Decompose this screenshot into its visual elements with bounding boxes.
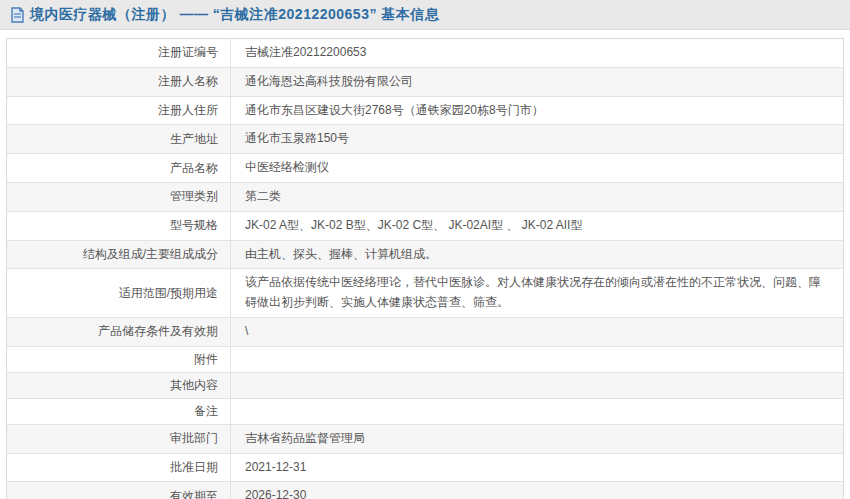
row-value: 中医经络检测仪	[231, 154, 843, 182]
table-row: 审批部门吉林省药品监督管理局	[7, 424, 843, 453]
row-value: 吉械注准20212200653	[231, 39, 843, 67]
table-row: 型号规格JK-02 A型、JK-02 B型、JK-02 C型、 JK-02AI型…	[7, 211, 843, 240]
row-value-text: 该产品依据传统中医经络理论，替代中医脉诊。对人体健康状况存在的倾向或潜在性的不正…	[245, 273, 829, 313]
row-value-text: 由主机、探头、握棒、计算机组成。	[245, 245, 437, 265]
document-icon	[10, 7, 25, 23]
row-label: 型号规格	[7, 212, 231, 240]
row-value	[231, 373, 843, 398]
row-label-text: 附件	[194, 351, 218, 368]
row-value: 通化海恩达高科技股份有限公司	[231, 68, 843, 96]
row-label-text: 注册证编号	[158, 44, 218, 61]
row-label: 注册人住所	[7, 97, 231, 125]
row-value-text: JK-02 A型、JK-02 B型、JK-02 C型、 JK-02AI型 、 J…	[245, 216, 582, 236]
row-value: 2026-12-30	[231, 482, 843, 499]
row-label-text: 审批部门	[170, 430, 218, 447]
page-title: 境内医疗器械（注册） —— “吉械注准20212200653” 基本信息	[30, 6, 439, 24]
row-label: 注册人名称	[7, 68, 231, 96]
row-label: 审批部门	[7, 425, 231, 453]
table-row: 其他内容	[7, 372, 843, 398]
row-label-text: 产品储存条件及有效期	[98, 323, 218, 340]
row-label-text: 注册人住所	[158, 102, 218, 119]
info-table: 注册证编号吉械注准20212200653注册人名称通化海恩达高科技股份有限公司注…	[6, 38, 844, 499]
row-label-text: 其他内容	[170, 377, 218, 394]
row-value: 通化市玉泉路150号	[231, 125, 843, 153]
table-row: 适用范围/预期用途该产品依据传统中医经络理论，替代中医脉诊。对人体健康状况存在的…	[7, 268, 843, 317]
row-label: 有效期至	[7, 482, 231, 499]
row-value: 第二类	[231, 183, 843, 211]
row-value-text: 通化市东昌区建设大街2768号（通铁家园20栋8号门市）	[245, 101, 544, 121]
page-header: 境内医疗器械（注册） —— “吉械注准20212200653” 基本信息	[0, 0, 850, 30]
row-value: JK-02 A型、JK-02 B型、JK-02 C型、 JK-02AI型 、 J…	[231, 212, 843, 240]
table-row: 备注	[7, 398, 843, 424]
row-value-text: 通化海恩达高科技股份有限公司	[245, 72, 413, 92]
row-label-text: 结构及组成/主要组成成分	[83, 246, 218, 263]
row-label: 适用范围/预期用途	[7, 269, 231, 317]
row-label: 注册证编号	[7, 39, 231, 67]
row-value: 该产品依据传统中医经络理论，替代中医脉诊。对人体健康状况存在的倾向或潜在性的不正…	[231, 269, 843, 317]
row-label-text: 管理类别	[170, 188, 218, 205]
row-label: 生产地址	[7, 125, 231, 153]
row-label: 产品储存条件及有效期	[7, 318, 231, 346]
row-value: 2021-12-31	[231, 454, 843, 482]
row-value-text: 吉械注准20212200653	[245, 43, 366, 63]
row-value: 通化市东昌区建设大街2768号（通铁家园20栋8号门市）	[231, 97, 843, 125]
row-value-text: 2021-12-31	[245, 458, 306, 478]
row-value-text: \	[245, 322, 248, 342]
row-value-text: 2026-12-30	[245, 486, 306, 499]
table-row: 管理类别第二类	[7, 182, 843, 211]
table-row: 产品名称中医经络检测仪	[7, 153, 843, 182]
table-row: 批准日期2021-12-31	[7, 453, 843, 482]
row-label-text: 有效期至	[170, 488, 218, 499]
table-row: 产品储存条件及有效期\	[7, 317, 843, 346]
row-label-text: 批准日期	[170, 459, 218, 476]
row-label: 批准日期	[7, 454, 231, 482]
row-label: 结构及组成/主要组成成分	[7, 241, 231, 269]
row-label: 备注	[7, 399, 231, 424]
row-value: \	[231, 318, 843, 346]
row-value-text: 通化市玉泉路150号	[245, 129, 349, 149]
table-row: 注册证编号吉械注准20212200653	[7, 39, 843, 67]
table-row: 结构及组成/主要组成成分由主机、探头、握棒、计算机组成。	[7, 240, 843, 269]
row-label-text: 适用范围/预期用途	[119, 285, 218, 302]
row-label-text: 生产地址	[170, 131, 218, 148]
row-label: 其他内容	[7, 373, 231, 398]
row-label: 管理类别	[7, 183, 231, 211]
table-row: 注册人名称通化海恩达高科技股份有限公司	[7, 67, 843, 96]
table-row: 注册人住所通化市东昌区建设大街2768号（通铁家园20栋8号门市）	[7, 96, 843, 125]
row-value	[231, 399, 843, 424]
row-label: 附件	[7, 347, 231, 372]
table-row: 生产地址通化市玉泉路150号	[7, 124, 843, 153]
table-row: 有效期至2026-12-30	[7, 481, 843, 499]
row-label: 产品名称	[7, 154, 231, 182]
row-value-text: 吉林省药品监督管理局	[245, 429, 365, 449]
table-row: 附件	[7, 346, 843, 372]
row-value: 吉林省药品监督管理局	[231, 425, 843, 453]
row-value	[231, 347, 843, 372]
row-value: 由主机、探头、握棒、计算机组成。	[231, 241, 843, 269]
row-label-text: 注册人名称	[158, 73, 218, 90]
row-value-text: 中医经络检测仪	[245, 158, 329, 178]
row-value-text: 第二类	[245, 187, 281, 207]
row-label-text: 型号规格	[170, 217, 218, 234]
row-label-text: 产品名称	[170, 160, 218, 177]
row-label-text: 备注	[194, 403, 218, 420]
